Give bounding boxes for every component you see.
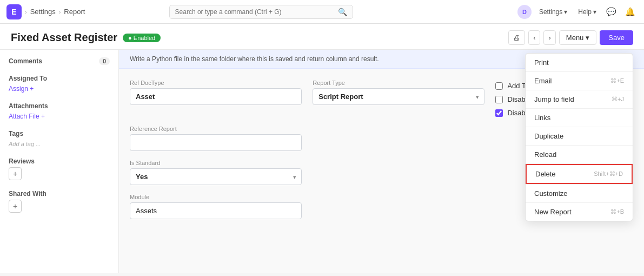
reviews-label: Reviews [9,157,110,165]
menu-item-jump-to-field[interactable]: Jump to field ⌘+J [526,90,633,108]
sidebar-comments-section: Comments 0 [9,57,110,65]
menu-item-new-report-label: New Report [534,208,572,216]
page-title-group: Fixed Asset Register ● Enabled [11,31,161,44]
menu-item-print-label: Print [534,58,549,67]
dropdown-menu: Print Email ⌘+E Jump to field ⌘+J Links … [525,53,633,221]
disabled-checkbox[interactable] [495,96,503,103]
settings-chevron-icon: ▾ [564,8,567,16]
menu-item-new-report[interactable]: New Report ⌘+B [526,203,633,221]
report-type-select-wrapper: Script Report ▾ [313,88,484,105]
sidebar-attachments-section: Attachments Attach File + [9,102,110,120]
menu-item-customize-label: Customize [534,189,567,198]
report-type-group: Report Type Script Report ▾ [313,80,484,117]
menu-item-delete-shortcut: Shift+⌘+D [594,170,623,178]
menu-chevron-icon: ▾ [586,34,589,42]
comments-label: Comments 0 [9,57,110,65]
disable-prepared-report-checkbox[interactable] [495,109,503,117]
placeholder-group-6 [313,194,484,219]
is-standard-label: Is Standard [130,160,302,166]
avatar: D [517,5,532,19]
attach-file-action[interactable]: Attach File + [9,113,45,120]
report-type-label: Report Type [313,80,484,86]
nav-right: D Settings ▾ Help ▾ 💬 🔔 [517,5,638,19]
report-type-select[interactable]: Script Report [313,88,484,105]
menu-item-customize[interactable]: Customize [526,185,633,202]
sidebar-reviews-section: Reviews + [9,157,110,180]
menu-item-email-shortcut: ⌘+E [610,77,624,84]
header-actions: 🖨 ‹ › Menu ▾ Save [508,30,633,45]
sidebar: Comments 0 Assigned To Assign + Attachme… [0,50,119,273]
next-button[interactable]: › [543,30,555,45]
print-icon-button[interactable]: 🖨 [508,30,525,45]
breadcrumb-chevron-1: › [25,9,27,15]
sidebar-shared-section: Shared With + [9,190,110,213]
help-chevron-icon: ▾ [593,8,596,16]
placeholder-group-2 [313,126,484,151]
menu-item-reload[interactable]: Reload [526,146,633,163]
assign-action[interactable]: Assign + [9,85,34,93]
ref-doctype-label: Ref DocType [130,80,302,86]
menu-item-delete-label: Delete [535,170,556,178]
top-nav: E › Settings › Report 🔍 D Settings ▾ Hel… [0,0,644,24]
search-icon: 🔍 [338,8,347,16]
settings-button[interactable]: Settings ▾ [536,6,570,17]
status-badge: ● Enabled [123,34,161,42]
app-logo: E [6,4,22,19]
reference-report-group: Reference Report [130,126,302,151]
menu-item-jump-to-field-shortcut: ⌘+J [612,96,624,103]
search-bar: 🔍 [169,5,353,19]
menu-button[interactable]: Menu ▾ [559,30,597,45]
module-group: Module [130,194,302,219]
page-header: Fixed Asset Register ● Enabled 🖨 ‹ › Men… [0,24,644,50]
module-label: Module [130,194,302,200]
chat-icon[interactable]: 💬 [604,5,619,19]
shared-with-label: Shared With [9,190,110,198]
prev-button[interactable]: ‹ [528,30,540,45]
menu-item-links[interactable]: Links [526,109,633,127]
breadcrumb-report[interactable]: Report [64,8,85,16]
search-input[interactable] [175,8,335,16]
menu-item-email-label: Email [534,77,552,85]
is-standard-select-wrapper: Yes ▾ [130,168,302,185]
is-standard-group: Is Standard Yes ▾ [130,160,302,185]
tags-label: Tags [9,130,110,137]
menu-item-print[interactable]: Print [526,54,633,71]
page-title: Fixed Asset Register [11,31,117,44]
ref-doctype-input[interactable] [130,88,302,105]
menu-item-jump-to-field-label: Jump to field [534,95,574,103]
breadcrumb-settings[interactable]: Settings [30,8,56,16]
attachments-label: Attachments [9,102,110,110]
sidebar-assigned-section: Assigned To Assign + [9,75,110,93]
reference-report-input[interactable] [130,134,302,151]
add-shared-button[interactable]: + [9,200,22,213]
menu-item-new-report-shortcut: ⌘+B [610,208,624,215]
sidebar-tags-section: Tags Add a tag ... [9,130,110,148]
breadcrumb-chevron-2: › [59,9,61,15]
comments-count: 0 [99,57,110,65]
menu-item-duplicate[interactable]: Duplicate [526,127,633,145]
assigned-to-label: Assigned To [9,75,110,82]
notification-icon[interactable]: 🔔 [623,5,638,19]
menu-item-reload-label: Reload [534,150,556,159]
save-button[interactable]: Save [600,30,633,45]
is-standard-select[interactable]: Yes [130,168,302,185]
add-review-button[interactable]: + [9,167,22,180]
menu-item-duplicate-label: Duplicate [534,132,563,140]
menu-item-email[interactable]: Email ⌘+E [526,72,633,90]
placeholder-group-4 [313,160,484,185]
add-total-row-checkbox[interactable] [495,82,503,90]
module-input[interactable] [130,202,302,219]
menu-item-delete[interactable]: Delete Shift+⌘+D [526,164,633,184]
reference-report-label: Reference Report [130,126,302,132]
menu-item-links-label: Links [534,114,550,122]
ref-doctype-group: Ref DocType [130,80,302,117]
help-button[interactable]: Help ▾ [575,6,600,17]
add-tag-input[interactable]: Add a tag ... [9,141,41,147]
